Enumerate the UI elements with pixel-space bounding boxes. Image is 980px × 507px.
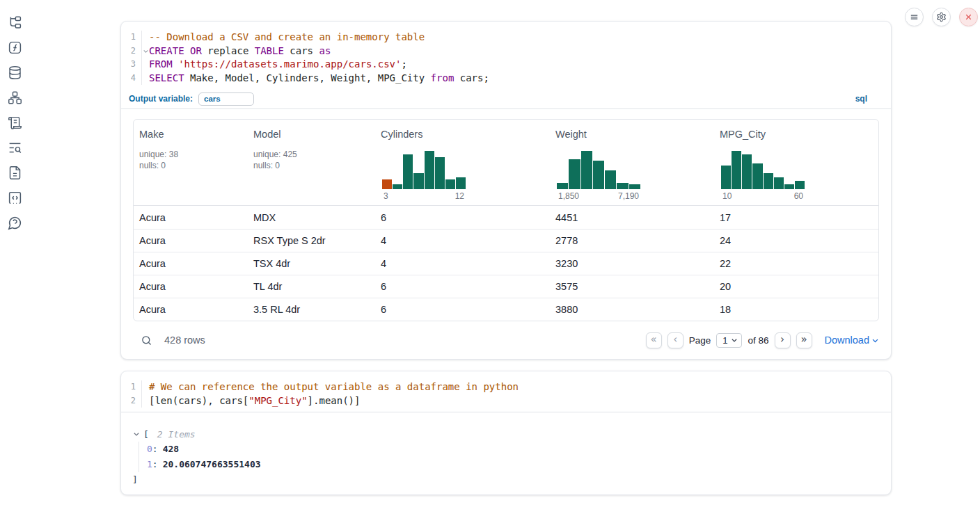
code-token: -- Download a CSV and create an in-memor… [149, 31, 425, 42]
tree-entry-colon: : [152, 444, 158, 454]
code-token: 'https://datasets.marimo.app/cars.csv' [178, 58, 401, 70]
table-cell: TL 4dr [248, 281, 375, 292]
nulls-stat: nulls: 0 [139, 160, 242, 171]
histogram-bar [784, 184, 794, 189]
table-cell: 17 [714, 212, 878, 223]
table-row[interactable]: Acura3.5 RL 4dr6388018 [134, 298, 878, 321]
table-cell: 6 [375, 212, 550, 223]
tree-close-bracket: ] [132, 472, 891, 488]
data-table: Make unique: 38 nulls: 0 Model unique: 4… [133, 119, 879, 321]
close-icon [964, 13, 973, 22]
last-page-button[interactable]: » [796, 332, 812, 348]
sql-cell: 1-- Download a CSV and create an in-memo… [120, 21, 892, 360]
column-label: Cylinders [381, 129, 544, 140]
code-line: FROM 'https://datasets.marimo.app/cars.c… [142, 58, 891, 72]
sql-code-editor[interactable]: 1-- Download a CSV and create an in-memo… [121, 22, 891, 85]
code-token: # We can reference the output variable a… [149, 381, 519, 392]
column-label: Model [253, 129, 370, 140]
histogram-bar [721, 166, 731, 189]
page-select-value: 1 [722, 335, 727, 346]
tree-entry: 0:428 [147, 442, 891, 457]
fold-chevron-icon[interactable] [143, 48, 149, 54]
prev-page-button[interactable]: ‹ [667, 332, 683, 348]
search-logs-icon [8, 140, 22, 155]
table-row[interactable]: AcuraTSX 4dr4323022 [134, 252, 878, 275]
code-token: SELECT [149, 72, 184, 83]
histogram-bar [629, 184, 640, 189]
download-label: Download [825, 335, 870, 346]
tree-entry: 1:20.060747663551403 [147, 457, 891, 472]
python-code-editor[interactable]: 1# We can reference the output variable … [121, 371, 891, 408]
unique-stat: unique: 425 [253, 149, 370, 160]
code-token: replace [202, 45, 255, 56]
sidebar-item-variables[interactable] [7, 40, 22, 55]
table-row[interactable]: AcuraMDX6445117 [134, 206, 878, 229]
column-header-model[interactable]: Model unique: 425 nulls: 0 [248, 120, 375, 205]
histogram-bar [393, 184, 402, 189]
column-header-make[interactable]: Make unique: 38 nulls: 0 [134, 120, 248, 205]
code-token: as [319, 45, 331, 56]
sidebar-item-snippets[interactable] [7, 190, 22, 205]
sidebar-item-logs[interactable] [7, 140, 22, 155]
table-cell: 3880 [550, 304, 714, 315]
next-page-button[interactable]: › [775, 332, 791, 348]
output-variable-input[interactable] [198, 92, 254, 106]
code-line: CREATE OR replace TABLE cars as [142, 45, 891, 58]
sidebar-item-help[interactable] [7, 215, 22, 230]
histogram-bar [764, 173, 773, 189]
line-number: 3 [121, 58, 142, 72]
document-icon [8, 166, 22, 180]
table-cell: 3575 [550, 281, 714, 292]
fold-gutter[interactable] [143, 48, 149, 54]
column-header-mpg-city[interactable]: MPG_City 10 60 [714, 120, 878, 205]
table-search-button[interactable] [139, 332, 154, 348]
code-snippets-icon [8, 191, 22, 205]
histogram-bar [732, 151, 741, 189]
histogram-axis: 3 12 [382, 191, 466, 201]
shutdown-button[interactable] [959, 8, 978, 26]
settings-button[interactable] [932, 8, 951, 26]
line-number: 1 [121, 380, 142, 394]
sidebar-item-datasources[interactable] [7, 65, 22, 80]
page-select[interactable]: 1 [716, 333, 742, 348]
column-stats: unique: 425 nulls: 0 [253, 149, 370, 171]
python-cell: 1# We can reference the output variable … [120, 371, 892, 495]
table-row[interactable]: AcuraTL 4dr6357520 [134, 275, 878, 298]
sidebar-item-dependencies[interactable] [7, 90, 22, 105]
search-icon [141, 335, 152, 346]
first-page-button[interactable]: « [646, 332, 662, 348]
pagination: « ‹ Page 1 of 86 › » Download [646, 332, 879, 348]
code-token: from [431, 72, 455, 83]
column-header-cylinders[interactable]: Cylinders 3 12 [375, 120, 550, 205]
table-cell: Acura [134, 281, 248, 292]
table-cell: TSX 4dr [248, 258, 375, 269]
table-row[interactable]: AcuraRSX Type S 2dr4277824 [134, 229, 878, 252]
table-cell: Acura [134, 235, 248, 246]
file-tree-icon [8, 15, 22, 30]
histogram-bar [605, 170, 616, 189]
column-label: Weight [555, 129, 709, 140]
download-button[interactable]: Download [825, 335, 880, 346]
sidebar-item-file-tree[interactable] [7, 15, 22, 30]
sidebar-item-scratchpad[interactable] [7, 115, 22, 130]
column-label: Make [139, 129, 242, 140]
chevron-down-icon [731, 337, 738, 344]
hamburger-menu-icon [909, 12, 919, 22]
function-square-icon [8, 40, 22, 55]
database-icon [8, 65, 22, 80]
column-stats: unique: 38 nulls: 0 [139, 149, 242, 171]
table-cell: MDX [248, 212, 375, 223]
tree-entry-value: 20.060747663551403 [163, 459, 261, 469]
table-cell: 20 [714, 281, 878, 292]
table-cell: 3.5 RL 4dr [248, 304, 375, 315]
code-token: OR [190, 45, 202, 56]
row-count: 428 rows [164, 335, 205, 346]
table-cell: Acura [134, 258, 248, 269]
hist-max-label: 60 [794, 191, 803, 201]
histogram-bar [456, 177, 466, 189]
sidebar-item-documentation[interactable] [7, 165, 22, 180]
rows-info: 428 rows [139, 332, 205, 348]
menu-button[interactable] [905, 8, 924, 26]
column-header-weight[interactable]: Weight 1,850 7,190 [550, 120, 714, 205]
tree-collapse-icon[interactable] [133, 430, 140, 437]
